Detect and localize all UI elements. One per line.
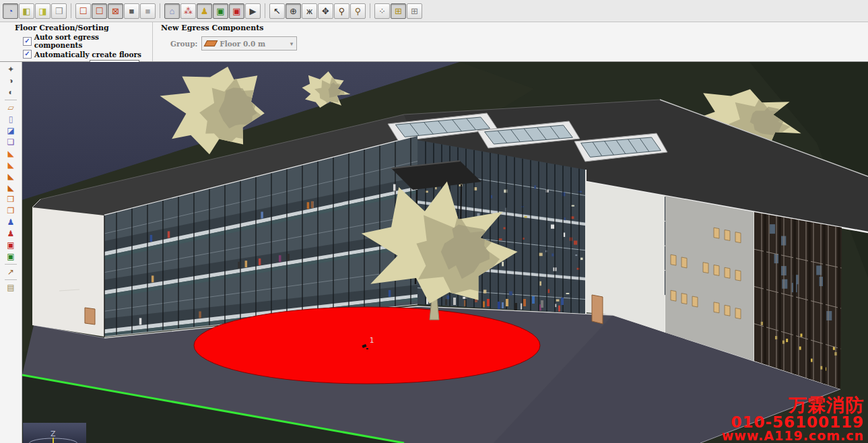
nav-compass-icon: ✦ [7, 65, 14, 73]
show-spheres-button[interactable]: ⁂ [180, 3, 196, 19]
snap-grid-button[interactable]: ⊞ [391, 3, 406, 19]
grid-button[interactable]: ⊞ [407, 3, 422, 19]
solid-cube-light-button[interactable]: ■ [140, 3, 156, 19]
egress-panel-title: New Egress Components [161, 24, 863, 32]
door-tool-button[interactable]: ❒ [4, 194, 18, 205]
scene-canvas[interactable]: 1 Z 万霖消防 010-56100119 www.A119.com.cn [22, 62, 868, 443]
cube-side-view-icon: ❒ [55, 6, 63, 16]
selection-point-label: 1 [370, 337, 374, 344]
ribbon: Floor Creation/Sorting ✓ Auto sort egres… [0, 22, 868, 62]
camera-button[interactable]: ▶ [245, 3, 261, 19]
select-arrow-icon: ↖ [273, 6, 281, 16]
floor-creation-panel: Floor Creation/Sorting ✓ Auto sort egres… [0, 22, 152, 61]
cube-side-view-button[interactable]: ❒ [51, 3, 67, 19]
cube-top-view-icon: ◧ [22, 6, 30, 16]
occupant-distribution-circle[interactable] [194, 307, 540, 384]
reset-view-button[interactable]: ◔ [3, 3, 18, 19]
measure-tool-icon: ▤ [7, 283, 14, 292]
auto-create-floors-checkbox[interactable]: ✓ Automatically create floors [23, 50, 147, 59]
toolbar-group: ☐☐⊠■■ [75, 3, 156, 19]
cube-top-view-button[interactable]: ◧ [19, 3, 34, 19]
show-occupants-icon: ♟ [201, 6, 209, 16]
solid-cube-light-icon: ■ [145, 6, 151, 16]
main-area: ✦◑◐▱▯◪❏◣◣◣◣❒❐♟♟▣▣↗▤ [0, 62, 868, 443]
stairs-tool-button[interactable]: ◣ [4, 148, 18, 159]
orbit-tool-button[interactable]: ⊕ [286, 3, 301, 19]
view-axis-gizmo[interactable]: Z [23, 423, 86, 443]
checkbox-checked-icon[interactable]: ✓ [23, 37, 32, 46]
add-occupant-group-tool-button[interactable]: ♟ [4, 228, 18, 239]
solid-cube-dark-icon: ■ [129, 6, 135, 16]
top-toolbar: ◔◧◨❒☐☐⊠■■⌂⁂♟▣▣▶↖⊕ж✥⚲⚲⁘⊞⊞ [0, 0, 868, 22]
rectangle-room-tool-icon: ▯ [9, 115, 13, 123]
viewport-3d[interactable]: 1 Z 万霖消防 010-56100119 www.A119.com.cn [22, 62, 868, 443]
checkbox-checked-icon[interactable]: ✓ [23, 50, 32, 59]
snap-grid-icon: ⊞ [395, 6, 402, 16]
box-obstruction-tool-button[interactable]: ❏ [4, 137, 18, 147]
thin-room-tool-icon: ◪ [7, 127, 14, 135]
new-egress-panel: New Egress Components Group: Floor 0.0 m… [152, 22, 868, 61]
ramp-tool-icon: ◣ [7, 172, 13, 180]
pan-tool-icon: ✥ [322, 6, 329, 16]
show-geometry-button[interactable]: ⌂ [164, 3, 180, 19]
measure-tool-button[interactable]: ▤ [4, 282, 18, 293]
toolbar-divider [5, 264, 17, 265]
toolbar-divider [71, 3, 71, 18]
zoom-region-tool-icon: ⚲ [355, 6, 362, 16]
show-occupants-button[interactable]: ♟ [197, 3, 212, 19]
zoom-region-tool-button[interactable]: ⚲ [350, 3, 366, 19]
pan-tool-button[interactable]: ✥ [318, 3, 333, 19]
escalator-tool-button[interactable]: ◣ [4, 182, 18, 193]
toolbar-group: ↖⊕ж✥⚲⚲ [269, 3, 366, 19]
show-exit-red-button[interactable]: ▣ [229, 3, 244, 19]
cube-front-view-button[interactable]: ◨ [35, 3, 51, 19]
exit-green-tool-button[interactable]: ▣ [4, 251, 18, 262]
wireframe-cube-alt-button[interactable]: ☐ [92, 3, 107, 19]
show-exit-green-button[interactable]: ▣ [213, 3, 228, 19]
zoom-tool-button[interactable]: ⚲ [334, 3, 349, 19]
walk-tool-button[interactable]: ж [302, 3, 317, 19]
group-dropdown-value: Floor 0.0 m [220, 40, 265, 48]
ramp-tool-button[interactable]: ◣ [4, 171, 18, 182]
wireframe-cube-alt-icon: ☐ [96, 6, 104, 16]
wireframe-cube-button[interactable]: ☐ [75, 3, 91, 19]
polygon-room-tool-button[interactable]: ▱ [4, 102, 18, 113]
stairs-tool-icon: ◣ [7, 149, 13, 158]
toolbar-divider [5, 100, 17, 100]
pan-view-icon: ◐ [8, 88, 13, 96]
door-tool-icon: ❒ [7, 195, 15, 203]
toolbar-divider [265, 3, 265, 18]
extract-tool-button[interactable]: ↗ [4, 267, 18, 277]
thin-room-tool-button[interactable]: ◪ [4, 125, 18, 136]
orbit-tool-icon: ⊕ [290, 6, 297, 16]
auto-sort-checkbox[interactable]: ✓ Auto sort egress components [23, 33, 147, 49]
orbit-view-icon: ◑ [8, 77, 13, 85]
auto-create-floors-label: Automatically create floors [34, 50, 141, 59]
pan-view-button[interactable]: ◐ [4, 87, 18, 98]
toolbar-group: ⌂⁂♟▣▣▶ [164, 3, 261, 19]
exit-red-tool-button[interactable]: ▣ [4, 240, 18, 250]
gizmo-z-label: Z [51, 430, 56, 438]
move-points-button[interactable]: ⁘ [374, 3, 390, 19]
add-occupant-tool-icon: ♟ [7, 218, 15, 226]
cube-x-icon: ⊠ [112, 6, 119, 16]
zoom-tool-icon: ⚲ [339, 6, 345, 16]
chevron-down-icon: ▾ [290, 40, 294, 47]
box-obstruction-tool-icon: ❏ [7, 138, 15, 146]
elevator-tool-icon: ❐ [7, 207, 15, 215]
add-occupant-tool-button[interactable]: ♟ [4, 217, 18, 228]
group-dropdown[interactable]: Floor 0.0 m ▾ [201, 36, 297, 50]
nav-compass-button[interactable]: ✦ [4, 64, 18, 75]
auto-sort-label: Auto sort egress components [34, 33, 147, 49]
solid-cube-dark-button[interactable]: ■ [124, 3, 139, 19]
rectangle-room-tool-button[interactable]: ▯ [4, 114, 18, 125]
escalator-tool-icon: ◣ [7, 184, 13, 192]
orbit-view-button[interactable]: ◑ [4, 75, 18, 86]
extract-tool-icon: ↗ [7, 268, 14, 276]
cube-x-button[interactable]: ⊠ [108, 3, 123, 19]
elevator-tool-button[interactable]: ❐ [4, 205, 18, 216]
cube-front-view-icon: ◨ [38, 6, 46, 16]
stairs-landing-tool-button[interactable]: ◣ [4, 160, 18, 170]
toolbar-divider [160, 3, 160, 18]
select-arrow-button[interactable]: ↖ [269, 3, 285, 19]
